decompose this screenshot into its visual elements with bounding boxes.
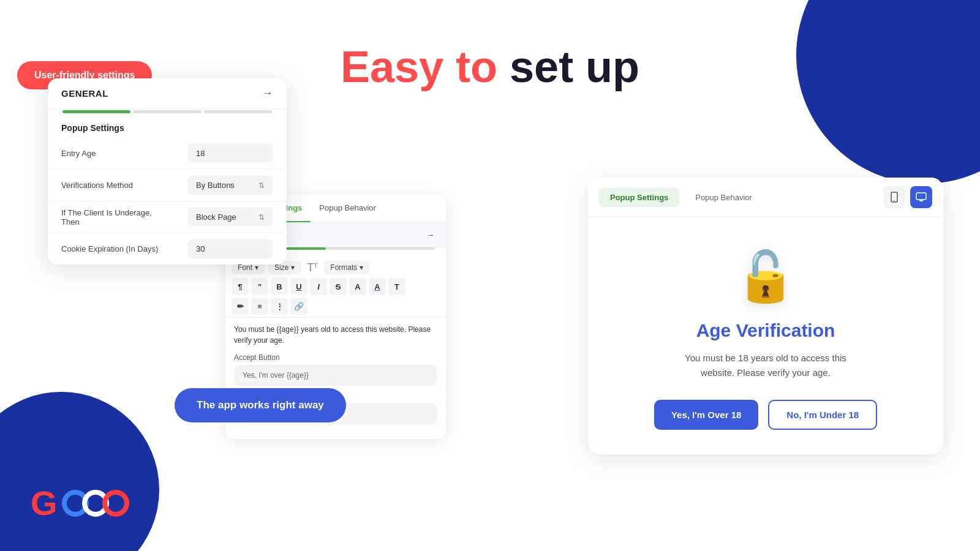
- formats-label: Formats: [330, 263, 357, 272]
- toolbar-row-format-buttons: ¶ " B U I S A A T: [232, 278, 440, 295]
- general-tab-label[interactable]: GENERAL: [61, 88, 108, 99]
- underage-value[interactable]: Block Page ⇅: [187, 208, 273, 227]
- settings-row-cookie: Cookie Expiration (In Days) 30: [48, 233, 287, 264]
- progress-seg-1: [62, 110, 130, 113]
- cookie-value[interactable]: 30: [187, 239, 273, 258]
- bg-circle-top-right: [796, 0, 980, 184]
- accept-button-group: Accept Button Yes, I'm over {{age}}: [234, 353, 437, 386]
- logo: G: [31, 486, 134, 520]
- settings-panel: GENERAL → Popup Settings Entry Age 18 Ve…: [48, 78, 287, 264]
- age-verify-title: Age Verification: [696, 320, 835, 341]
- logo-rings-icon: [60, 488, 134, 519]
- bg-circle-bottom-left: [0, 392, 159, 551]
- mobile-icon: [889, 192, 900, 203]
- underage-caret-icon: ⇅: [258, 213, 265, 222]
- tab-popup-behavior[interactable]: Popup Behavior: [311, 195, 385, 222]
- cookie-label: Cookie Expiration (In Days): [61, 244, 158, 253]
- settings-section-title: Popup Settings: [48, 113, 287, 138]
- toolbar-row-align-buttons: ✏ ≡ ⋮ 🔗: [232, 298, 440, 315]
- paragraph-button[interactable]: ¶: [232, 278, 249, 295]
- svg-point-4: [894, 200, 895, 201]
- progress-seg-3: [204, 110, 272, 113]
- text-size-icon: Tᵀ: [307, 261, 318, 274]
- formats-caret-icon: ▾: [360, 263, 363, 272]
- settings-row-entry-age: Entry Age 18: [48, 138, 287, 170]
- preview-tab-popup-settings[interactable]: Popup Settings: [599, 188, 679, 207]
- yes-button[interactable]: Yes, I'm Over 18: [654, 400, 758, 430]
- settings-panel-header: GENERAL →: [48, 78, 287, 109]
- strikethrough-button[interactable]: S: [330, 278, 347, 295]
- verifications-caret-icon: ⇅: [258, 181, 265, 190]
- editor-text-area[interactable]: You must be {{age}} years old to access …: [225, 318, 446, 353]
- age-verify-buttons: Yes, I'm Over 18 No, I'm Under 18: [654, 400, 877, 430]
- progress-seg-2: [133, 110, 201, 113]
- content-arrow-icon[interactable]: →: [426, 230, 435, 239]
- app-works-button[interactable]: The app works right away: [175, 388, 346, 422]
- desktop-icon: [916, 192, 927, 203]
- preview-tabs: Popup Settings Popup Behavior: [599, 188, 763, 207]
- settings-row-verifications: Verifications Method By Buttons ⇅: [48, 170, 287, 201]
- italic-button[interactable]: I: [310, 278, 327, 295]
- preview-tab-popup-behavior[interactable]: Popup Behavior: [684, 188, 763, 207]
- font-label: Font: [238, 263, 252, 272]
- eraser-button[interactable]: ✏: [232, 298, 249, 315]
- underage-label: If The Client Is Underage, Then: [61, 208, 159, 227]
- underline-button[interactable]: U: [290, 278, 307, 295]
- preview-card-header: Popup Settings Popup Behavior: [588, 178, 943, 217]
- preview-view-buttons: [883, 186, 932, 208]
- size-label: Size: [274, 263, 288, 272]
- lock-icon-wrap: 🔓: [735, 248, 796, 305]
- bold-button[interactable]: B: [271, 278, 288, 295]
- title-dark: set up: [510, 42, 639, 91]
- settings-row-underage: If The Client Is Underage, Then Block Pa…: [48, 201, 287, 233]
- font-color-button[interactable]: A: [349, 278, 366, 295]
- entry-age-label: Entry Age: [61, 149, 96, 158]
- align-center-button[interactable]: ⋮: [271, 298, 288, 315]
- formats-dropdown[interactable]: Formats ▾: [324, 261, 369, 274]
- accept-button-label: Accept Button: [234, 353, 437, 362]
- svg-rect-5: [916, 193, 926, 200]
- align-left-button[interactable]: ≡: [251, 298, 268, 315]
- accept-button-input[interactable]: Yes, I'm over {{age}}: [234, 365, 437, 386]
- font-caret-icon: ▾: [255, 263, 258, 272]
- text-style-button[interactable]: T: [388, 278, 405, 295]
- size-caret-icon: ▾: [291, 263, 295, 272]
- title-highlight: Easy to: [341, 42, 497, 91]
- verifications-label: Verifications Method: [61, 181, 133, 190]
- no-button[interactable]: No, I'm Under 18: [768, 400, 877, 430]
- blockquote-button[interactable]: ": [251, 278, 268, 295]
- preview-content: 🔓 Age Verification You must be 18 years …: [588, 217, 943, 454]
- mobile-view-button[interactable]: [883, 186, 905, 208]
- link-button[interactable]: 🔗: [290, 298, 307, 315]
- entry-age-value[interactable]: 18: [187, 144, 273, 163]
- verifications-value[interactable]: By Buttons ⇅: [187, 176, 273, 195]
- age-verify-description: You must be 18 years old to access this …: [668, 351, 864, 380]
- preview-card: Popup Settings Popup Behavior 🔓 A: [588, 178, 943, 454]
- highlight-button[interactable]: A: [369, 278, 386, 295]
- progress-bar: [48, 110, 287, 113]
- general-tab-arrow[interactable]: →: [262, 87, 274, 100]
- logo-g: G: [31, 486, 58, 520]
- desktop-view-button[interactable]: [910, 186, 932, 208]
- editor-toolbar: Font ▾ Size ▾ Tᵀ Formats ▾ ¶ " B U I S A…: [225, 256, 446, 318]
- lock-icon: 🔓: [735, 249, 796, 304]
